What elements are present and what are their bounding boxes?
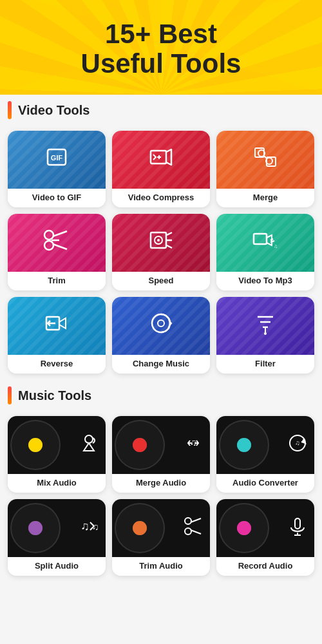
tool-icon-record-audio bbox=[287, 516, 308, 541]
tool-card-filter[interactable]: Filter bbox=[216, 297, 314, 374]
tool-thumb-merge-audio: ♫ bbox=[112, 416, 210, 474]
tool-thumb-speed bbox=[112, 214, 210, 272]
tool-card-record-audio[interactable]: Record Audio bbox=[216, 499, 314, 576]
music-tools-grid: Mix Audio♫Merge Audio♫Audio Converter♫♫S… bbox=[0, 411, 322, 578]
tool-label-merge-audio: Merge Audio bbox=[112, 474, 210, 493]
svg-point-26 bbox=[158, 320, 164, 327]
tool-thumb-mix-audio bbox=[8, 416, 106, 474]
section-bar-music bbox=[8, 386, 12, 404]
svg-line-13 bbox=[53, 244, 67, 249]
tool-label-trim: Trim bbox=[8, 272, 106, 290]
tool-icon-video-to-gif: GIF bbox=[44, 144, 70, 176]
svg-point-37 bbox=[185, 528, 191, 535]
svg-text:♫: ♫ bbox=[274, 243, 278, 249]
tool-icon-mix-audio bbox=[79, 433, 99, 458]
svg-point-30 bbox=[264, 332, 267, 335]
tool-label-video-compress: Video Compress bbox=[112, 189, 210, 207]
svg-line-19 bbox=[167, 245, 172, 248]
header-title: 15+ Best Useful Tools bbox=[13, 19, 309, 79]
tool-icon-split-audio: ♫♫ bbox=[79, 516, 99, 541]
tool-label-mix-audio: Mix Audio bbox=[8, 474, 106, 493]
tool-label-video-to-gif: Video to GIF bbox=[8, 189, 106, 207]
tool-card-split-audio[interactable]: ♫♫Split Audio bbox=[8, 499, 106, 576]
tool-thumb-trim bbox=[8, 214, 106, 272]
svg-line-38 bbox=[191, 518, 201, 522]
tool-icon-trim bbox=[43, 229, 71, 258]
tool-label-change-music: Change Music bbox=[112, 355, 210, 374]
svg-point-36 bbox=[185, 518, 191, 524]
tool-card-change-music[interactable]: Change Music bbox=[112, 297, 210, 374]
video-tools-section-label: Video Tools bbox=[0, 95, 322, 126]
tool-icon-speed bbox=[148, 227, 174, 259]
header-line2: Useful Tools bbox=[81, 48, 242, 79]
tool-thumb-record-audio bbox=[216, 499, 314, 557]
tool-thumb-video-to-gif: GIF bbox=[8, 131, 106, 189]
tool-card-trim-audio[interactable]: Trim Audio bbox=[112, 499, 210, 576]
tool-label-merge: Merge bbox=[216, 189, 314, 207]
tool-icon-reverse bbox=[44, 310, 70, 342]
tool-icon-trim-audio bbox=[183, 516, 204, 541]
tool-card-merge[interactable]: Merge bbox=[216, 131, 314, 207]
svg-line-39 bbox=[191, 530, 201, 534]
tool-icon-change-music bbox=[148, 310, 174, 342]
header: 15+ Best Useful Tools bbox=[0, 0, 322, 95]
header-line1: 15+ Best bbox=[105, 19, 217, 49]
tool-card-merge-audio[interactable]: ♫Merge Audio bbox=[112, 416, 210, 493]
svg-text:♫: ♫ bbox=[190, 437, 197, 448]
svg-rect-21 bbox=[254, 234, 267, 244]
tool-card-reverse[interactable]: Reverse bbox=[8, 297, 106, 374]
tool-card-mix-audio[interactable]: Mix Audio bbox=[8, 416, 106, 493]
tool-icon-merge-audio: ♫ bbox=[183, 433, 204, 458]
tool-label-record-audio: Record Audio bbox=[216, 557, 314, 576]
tool-icon-merge bbox=[252, 144, 278, 176]
tool-thumb-audio-converter: ♫ bbox=[216, 416, 314, 474]
section-bar-video bbox=[8, 101, 12, 119]
svg-text:♫: ♫ bbox=[295, 439, 300, 446]
tool-card-speed[interactable]: Speed bbox=[112, 214, 210, 290]
tool-label-audio-converter: Audio Converter bbox=[216, 474, 314, 493]
svg-point-20 bbox=[157, 239, 160, 242]
music-section-title: Music Tools bbox=[18, 388, 91, 403]
tool-icon-video-to-mp3: ♫ bbox=[252, 227, 278, 259]
video-tools-grid: GIF Video to GIF Video Compress Merge Tr… bbox=[0, 126, 322, 376]
tool-thumb-merge bbox=[216, 131, 314, 189]
tool-label-video-to-mp3: Video To Mp3 bbox=[216, 272, 314, 290]
svg-text:GIF: GIF bbox=[51, 154, 63, 162]
tool-thumb-reverse bbox=[8, 297, 106, 355]
tool-thumb-filter bbox=[216, 297, 314, 355]
tool-card-video-compress[interactable]: Video Compress bbox=[112, 131, 210, 207]
tool-label-filter: Filter bbox=[216, 355, 314, 374]
tool-label-split-audio: Split Audio bbox=[8, 557, 106, 576]
music-tools-section-label: Music Tools bbox=[0, 380, 322, 411]
svg-rect-40 bbox=[295, 518, 300, 529]
svg-line-17 bbox=[167, 232, 172, 235]
tool-card-audio-converter[interactable]: ♫Audio Converter bbox=[216, 416, 314, 493]
tool-icon-video-compress bbox=[148, 144, 174, 176]
tool-card-video-to-mp3[interactable]: ♫ Video To Mp3 bbox=[216, 214, 314, 290]
svg-point-10 bbox=[44, 231, 53, 240]
tool-thumb-split-audio: ♫♫ bbox=[8, 499, 106, 557]
tool-label-trim-audio: Trim Audio bbox=[112, 557, 210, 576]
tool-thumb-change-music bbox=[112, 297, 210, 355]
video-section-title: Video Tools bbox=[18, 103, 90, 118]
svg-text:♫: ♫ bbox=[92, 522, 99, 532]
tool-label-speed: Speed bbox=[112, 272, 210, 290]
svg-point-11 bbox=[44, 241, 53, 250]
tool-card-trim[interactable]: Trim bbox=[8, 214, 106, 290]
tool-card-video-to-gif[interactable]: GIF Video to GIF bbox=[8, 131, 106, 207]
svg-line-12 bbox=[53, 231, 67, 236]
tool-thumb-video-compress bbox=[112, 131, 210, 189]
tool-icon-filter bbox=[252, 310, 278, 342]
tool-label-reverse: Reverse bbox=[8, 355, 106, 374]
tool-icon-audio-converter: ♫ bbox=[287, 433, 308, 458]
svg-text:♫: ♫ bbox=[80, 520, 90, 533]
tool-thumb-trim-audio bbox=[112, 499, 210, 557]
tool-thumb-video-to-mp3: ♫ bbox=[216, 214, 314, 272]
